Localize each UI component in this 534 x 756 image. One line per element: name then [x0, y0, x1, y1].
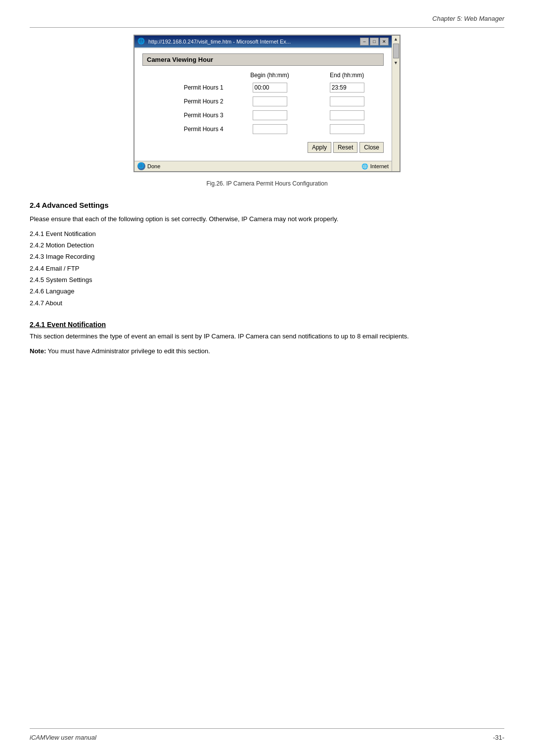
- permit-end-cell-2[interactable]: [310, 94, 384, 108]
- scroll-down-arrow[interactable]: ▼: [393, 59, 399, 66]
- permit-end-input-4[interactable]: [330, 124, 364, 134]
- chapter-label: Chapter 5: Web Manager: [432, 15, 504, 22]
- toc-item-5: 2.4.5 System Settings: [30, 274, 504, 285]
- footer-right: -31-: [493, 734, 504, 741]
- table-row: Permit Hours 1: [142, 81, 384, 94]
- status-icon: 🌐: [137, 162, 145, 170]
- browser-title-text: http://192.168.0.247/visit_time.htm - Mi…: [148, 39, 291, 45]
- permit-end-input-1[interactable]: [330, 83, 364, 93]
- reset-button[interactable]: Reset: [333, 142, 357, 153]
- permit-label-1: Permit Hours 1: [142, 81, 229, 94]
- browser-body: Camera Viewing Hour Begin (hh:mm) End (h…: [134, 47, 392, 161]
- toc-item-1: 2.4.1 Event Notification: [30, 228, 504, 239]
- footer-divider: [30, 728, 504, 729]
- note-label: Note:: [30, 347, 46, 355]
- browser-titlebar: 🌐 http://192.168.0.247/visit_time.htm - …: [134, 36, 392, 47]
- browser-title-left: 🌐 http://192.168.0.247/visit_time.htm - …: [137, 38, 291, 46]
- toc-item-6: 2.4.6 Language: [30, 285, 504, 297]
- browser-icon: 🌐: [137, 38, 145, 46]
- permit-begin-cell-1[interactable]: [229, 81, 311, 94]
- scroll-up-arrow[interactable]: ▲: [393, 36, 399, 43]
- close-dialog-button[interactable]: Close: [359, 142, 384, 153]
- scroll-thumb[interactable]: [393, 44, 399, 58]
- permit-end-cell-4[interactable]: [310, 122, 384, 136]
- permit-hours-table: Begin (hh:mm) End (hh:mm) Permit Hours 1…: [142, 70, 384, 136]
- toc-item-4: 2.4.4 Email / FTP: [30, 263, 504, 274]
- permit-end-input-2[interactable]: [330, 96, 364, 106]
- permit-begin-cell-2[interactable]: [229, 94, 311, 108]
- footer-left: iCAMView user manual: [30, 734, 96, 741]
- browser-statusbar: 🌐 Done 🌐 Internet: [134, 161, 392, 171]
- figure-caption: Fig.26. IP Camera Permit Hours Configura…: [30, 180, 504, 187]
- col-begin-header: Begin (hh:mm): [229, 70, 311, 81]
- permit-label-2: Permit Hours 2: [142, 94, 229, 108]
- camera-section-header: Camera Viewing Hour: [142, 53, 384, 66]
- toc-item-3: 2.4.3 Image Recording: [30, 251, 504, 262]
- permit-begin-input-4[interactable]: [253, 124, 287, 134]
- internet-icon: 🌐: [361, 163, 368, 170]
- browser-controls: – □ ✕: [360, 38, 389, 46]
- status-left: 🌐 Done: [137, 162, 160, 170]
- permit-end-cell-3[interactable]: [310, 108, 384, 122]
- permit-begin-cell-3[interactable]: [229, 108, 311, 122]
- status-text: Done: [147, 163, 160, 169]
- table-row: Permit Hours 3: [142, 108, 384, 122]
- permit-begin-input-1[interactable]: [253, 83, 287, 93]
- restore-button[interactable]: □: [370, 38, 379, 46]
- toc-item-7: 2.4.7 About: [30, 297, 504, 309]
- col-end-header: End (hh:mm): [310, 70, 384, 81]
- apply-button[interactable]: Apply: [308, 142, 331, 153]
- browser-inner: 🌐 http://192.168.0.247/visit_time.htm - …: [134, 36, 392, 171]
- table-row: Permit Hours 4: [142, 122, 384, 136]
- dialog-button-row: Apply Reset Close: [142, 142, 384, 153]
- page-footer: iCAMView user manual -31-: [30, 734, 504, 741]
- permit-begin-input-3[interactable]: [253, 110, 287, 120]
- section-24-toc: 2.4.1 Event Notification2.4.2 Motion Det…: [30, 228, 504, 309]
- status-right: 🌐 Internet: [361, 163, 389, 170]
- close-button[interactable]: ✕: [380, 38, 389, 46]
- minimize-button[interactable]: –: [360, 38, 369, 46]
- permit-begin-cell-4[interactable]: [229, 122, 311, 136]
- toc-item-2: 2.4.2 Motion Detection: [30, 239, 504, 251]
- section-241-note: Note: You must have Administrator privil…: [30, 346, 504, 356]
- permit-end-input-3[interactable]: [330, 110, 364, 120]
- section-241-heading: 2.4.1 Event Notification: [30, 321, 504, 329]
- permit-label-3: Permit Hours 3: [142, 108, 229, 122]
- header-divider: [30, 27, 504, 28]
- page-content: 🌐 http://192.168.0.247/visit_time.htm - …: [30, 35, 504, 356]
- zone-text: Internet: [370, 163, 389, 169]
- section-241-text: This section determines the type of even…: [30, 331, 504, 341]
- browser-scrollbar[interactable]: ▲ ▼: [392, 36, 400, 171]
- col-label-header: [142, 70, 229, 81]
- note-content: You must have Administrator privilege to…: [46, 347, 210, 355]
- table-row: Permit Hours 2: [142, 94, 384, 108]
- browser-window: 🌐 http://192.168.0.247/visit_time.htm - …: [134, 35, 400, 172]
- permit-end-cell-1[interactable]: [310, 81, 384, 94]
- section-24-heading: 2.4 Advanced Settings: [30, 201, 504, 209]
- section-24-intro: Please ensure that each of the following…: [30, 214, 504, 224]
- permit-label-4: Permit Hours 4: [142, 122, 229, 136]
- browser-outer: 🌐 http://192.168.0.247/visit_time.htm - …: [134, 36, 400, 171]
- permit-begin-input-2[interactable]: [253, 96, 287, 106]
